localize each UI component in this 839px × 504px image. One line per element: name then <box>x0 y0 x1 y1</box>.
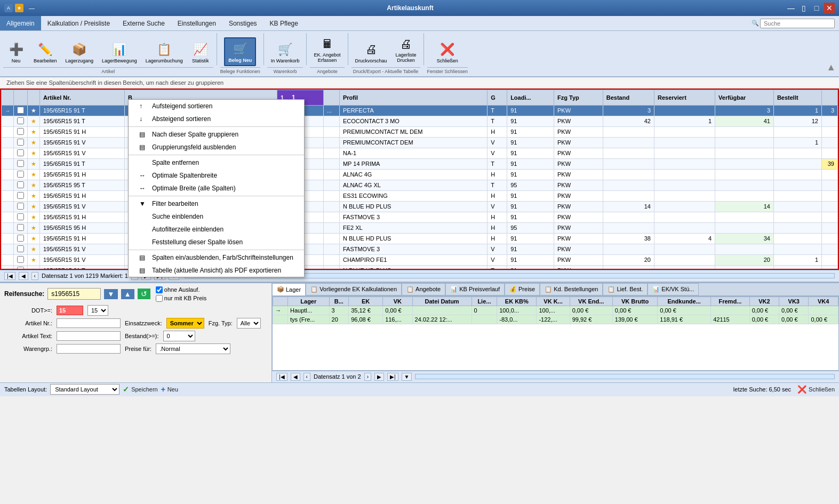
row-check[interactable] <box>14 105 28 116</box>
row-checkbox[interactable] <box>17 149 24 156</box>
context-menu-item-remove-col[interactable]: Spalte entfernen <box>129 156 304 169</box>
inner-nav-prev2[interactable]: ‹ <box>303 373 310 381</box>
inner-nav-filter[interactable]: ▼ <box>402 373 412 381</box>
tab-kd-bestellungen[interactable]: 📋 Kd. Bestellungen <box>540 283 603 295</box>
bestand-select[interactable]: 0 <box>163 331 195 341</box>
preise-fuer-select[interactable]: .Normal <box>156 343 230 354</box>
table-row[interactable]: ★ 195/65R15 91 V NEXEN - N B N BLUE HD P… <box>2 201 838 212</box>
tab-preise[interactable]: 💰 Preise <box>505 283 540 295</box>
maximize-button[interactable]: □ <box>811 3 822 13</box>
layout-select[interactable]: Standard Layout <box>50 384 119 395</box>
row-check[interactable] <box>14 116 28 126</box>
row-star[interactable]: ★ <box>28 169 40 180</box>
toolbar-lagerliste-btn[interactable]: 🖨 LagerlisteDrucken <box>392 33 420 66</box>
inner-col-vk4[interactable]: VK4 <box>809 297 838 306</box>
inner-col-ek-kb[interactable]: EK KB% <box>497 297 537 306</box>
table-row[interactable]: ★ 195/65R15 91 T MATADOR - MP 14 PRIMA T… <box>2 158 838 169</box>
row-star[interactable]: ★ <box>28 148 40 158</box>
toolbar-in-warenkorb-btn[interactable]: 🛒 In Warenkorb <box>267 38 303 66</box>
inner-col-fremd[interactable]: Fremd... <box>711 297 750 306</box>
row-check[interactable] <box>14 265 28 270</box>
tab-ek-kalk[interactable]: 📋 Vorliegende EK Kalkulationen <box>306 283 402 295</box>
checkbox-nur-kb[interactable]: nur mit KB Preis <box>156 295 206 302</box>
table-row[interactable]: ★ 195/65R15 91 H CONTINENTA PREMIUMCONTA… <box>2 126 838 137</box>
row-check[interactable] <box>14 169 28 180</box>
menu-allgemein[interactable]: Allgemein <box>0 16 41 30</box>
menu-kb-pflege[interactable]: KB Pflege <box>263 16 305 30</box>
toolbar-lagerzugang-btn[interactable]: 📦 Lagerzugang <box>62 38 98 66</box>
row-star[interactable]: ★ <box>28 201 40 212</box>
context-menu-item-export-pdf[interactable]: ▤Tabelle (aktuelle Ansicht) als PDF expo… <box>129 264 304 277</box>
toolbar-lagerbewegung-btn[interactable]: 📊 LagerBewegung <box>98 38 141 66</box>
col-header-rest[interactable] <box>822 90 838 105</box>
nav-first-btn[interactable]: |◀ <box>4 272 15 280</box>
inner-table-row[interactable]: tys (Fre... 20 96,08 € 116,... 24.02.22 … <box>273 315 838 324</box>
inner-nav-next2[interactable]: ▶ <box>374 373 384 381</box>
table-row[interactable]: → ★ 195/65R15 91 T SAVA - PERF ... PERFE… <box>2 105 838 116</box>
row-star[interactable]: ★ <box>28 254 40 265</box>
row-star[interactable]: ★ <box>28 265 40 270</box>
table-row[interactable]: ★ 195/65R15 91 T NEXEN - N B N BLUE HD P… <box>2 265 838 270</box>
inner-col-vk-k[interactable]: VK K... <box>537 297 570 306</box>
col-header-check[interactable] <box>14 90 28 105</box>
row-checkbox[interactable] <box>17 213 24 220</box>
col-header-g[interactable]: G <box>488 90 507 105</box>
table-row[interactable]: ★ 195/65R15 91 V GT-RADIAL - CHAMPIRO FE… <box>2 254 838 265</box>
inner-col-vk2[interactable]: VK2 <box>749 297 779 306</box>
context-menu-item-filter-edit[interactable]: ▼Filter bearbeiten <box>129 197 304 210</box>
row-checkbox[interactable] <box>17 224 24 231</box>
col-header-profil[interactable]: Profil <box>339 90 487 105</box>
row-check[interactable] <box>14 212 28 222</box>
tab-ek-vk[interactable]: 📊 EK/VK Stü... <box>648 283 699 295</box>
context-menu-item-sort-desc[interactable]: ↓Absteigend sortieren <box>129 113 304 125</box>
toolbar-schliessen-btn[interactable]: ❌ Schließen <box>433 38 462 66</box>
row-star[interactable]: ★ <box>28 244 40 254</box>
nav-prev-btn[interactable]: ◀ <box>19 272 28 280</box>
row-checkbox[interactable] <box>17 235 24 242</box>
reifensuche-up-btn[interactable]: ▲ <box>121 289 134 299</box>
inner-col-lager[interactable]: Lager <box>287 297 329 306</box>
row-checkbox[interactable] <box>17 192 24 199</box>
table-row[interactable]: ★ 195/65R15 91 H NEXEN - N B N BLUE HD P… <box>2 233 838 244</box>
context-menu-item-opt-all[interactable]: ↔Optimale Breite (alle Spalten) <box>129 182 304 195</box>
inner-col-vk-end[interactable]: VK End... <box>570 297 612 306</box>
row-star[interactable]: ★ <box>28 222 40 233</box>
inner-nav-scrollbar[interactable] <box>415 374 835 379</box>
context-menu-item-unlock-col[interactable]: Feststellung dieser Spalte lösen <box>129 236 304 249</box>
toolbar-druckvorschau-btn[interactable]: 🖨 Druckvorschau <box>351 38 391 66</box>
table-row[interactable]: ★ 195/65R15 91 V NAN KANG - NA-1 V 91 PK… <box>2 148 838 158</box>
toolbar-ek-angebot-btn[interactable]: 🖩 EK. AngebotErfassen <box>310 33 344 66</box>
inner-col-datei[interactable]: Datei Datum <box>412 297 472 306</box>
col-header-star[interactable] <box>28 90 40 105</box>
col-header-loading[interactable]: Loadi... <box>507 90 554 105</box>
row-star[interactable]: ★ <box>28 105 40 116</box>
table-row[interactable]: ★ 195/65R15 95 H GT-RADIAL - FE2 XL H 95… <box>2 222 838 233</box>
search-input[interactable] <box>760 19 835 28</box>
artikel-text-input[interactable] <box>57 331 121 341</box>
inner-col-b[interactable]: B... <box>329 297 349 306</box>
row-check[interactable] <box>14 244 28 254</box>
inner-col-endkunde[interactable]: Endkunde... <box>658 297 711 306</box>
row-check[interactable] <box>14 148 28 158</box>
row-star[interactable]: ★ <box>28 116 40 126</box>
table-row[interactable]: ★ 195/65R15 91 H APOLLO - AL ALNAC 4G H … <box>2 169 838 180</box>
inner-col-ek[interactable]: EK <box>349 297 383 306</box>
minimize-button[interactable]: — <box>786 3 796 13</box>
row-check[interactable] <box>14 190 28 201</box>
inner-col-lie[interactable]: Lie... <box>472 297 497 306</box>
einsatzzweck-select[interactable]: Sommer <box>166 318 204 329</box>
inner-table-row[interactable]: → Hauptl... 3 35,12 € 0,00 € 0 100,0... … <box>273 306 838 315</box>
nur-kb-check[interactable] <box>156 295 163 302</box>
table-row[interactable]: ★ 195/65R15 91 H KUMHO - ES3 ES31 ECOWIN… <box>2 190 838 201</box>
row-checkbox[interactable] <box>17 203 24 210</box>
new-button[interactable]: + Neu <box>161 385 178 394</box>
row-star[interactable]: ★ <box>28 212 40 222</box>
row-star[interactable]: ★ <box>28 158 40 169</box>
row-check[interactable] <box>14 137 28 148</box>
col-header-verfuegbar[interactable]: Verfügbar <box>715 90 774 105</box>
col-header-bestand[interactable]: Bestand <box>603 90 654 105</box>
warengrp-input[interactable] <box>57 344 121 354</box>
col-header-reserviert[interactable]: Reserviert <box>654 90 715 105</box>
row-checkbox[interactable] <box>17 171 24 178</box>
context-menu-item-autofilter[interactable]: Autofilterzeile einblenden <box>129 223 304 236</box>
